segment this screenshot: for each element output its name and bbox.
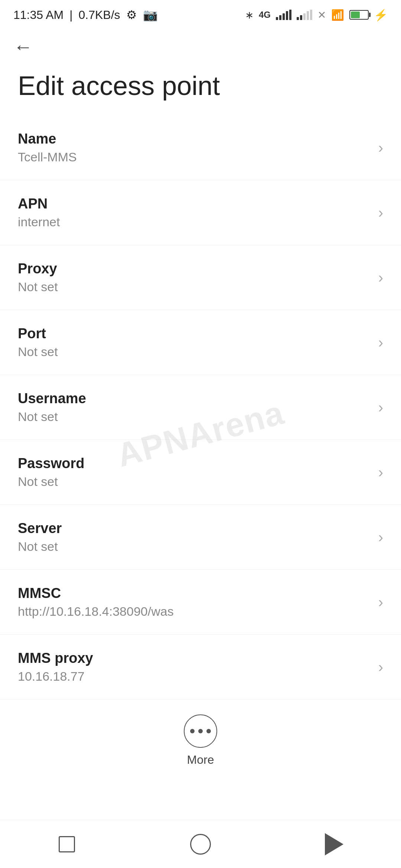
settings-item-apn-content: APN internet <box>18 196 371 229</box>
settings-item-password-label: Password <box>18 456 371 471</box>
home-icon <box>190 834 211 855</box>
settings-item-proxy-value: Not set <box>18 280 371 294</box>
time-display: 11:35 AM <box>13 8 63 22</box>
settings-item-mmsc-content: MMSC http://10.16.18.4:38090/was <box>18 585 371 619</box>
more-button-container: More <box>0 700 401 778</box>
settings-item-apn-value: internet <box>18 215 371 229</box>
battery-indicator <box>349 10 369 20</box>
settings-item-username-value: Not set <box>18 410 371 424</box>
settings-item-name-value: Tcell-MMS <box>18 150 371 164</box>
settings-item-server-value: Not set <box>18 539 371 554</box>
settings-item-proxy-content: Proxy Not set <box>18 261 371 294</box>
status-right: ∗ 4G ✕ 📶 ⚡ <box>245 9 388 22</box>
settings-item-mms-proxy-value: 10.16.18.77 <box>18 669 371 684</box>
charging-icon: ⚡ <box>374 9 388 22</box>
no-signal-icon: ✕ <box>317 9 326 21</box>
page-title: Edit access point <box>0 60 401 115</box>
chevron-icon-password: › <box>378 464 383 481</box>
settings-item-server-content: Server Not set <box>18 520 371 554</box>
settings-item-name-content: Name Tcell-MMS <box>18 131 371 164</box>
nav-bar: ← <box>0 30 401 60</box>
network-type-icon: 4G <box>259 10 271 20</box>
chevron-icon-proxy: › <box>378 269 383 286</box>
settings-item-mms-proxy-label: MMS proxy <box>18 650 371 666</box>
chevron-icon-mmsc: › <box>378 594 383 611</box>
settings-item-password[interactable]: Password Not set › <box>0 440 401 505</box>
settings-item-password-content: Password Not set <box>18 456 371 489</box>
settings-icon: ⚙ <box>126 8 137 22</box>
nav-home-button[interactable] <box>186 829 215 859</box>
settings-item-mms-proxy[interactable]: MMS proxy 10.16.18.77 › <box>0 635 401 700</box>
settings-item-proxy[interactable]: Proxy Not set › <box>0 245 401 310</box>
settings-list: Name Tcell-MMS › APN internet › Proxy No… <box>0 115 401 700</box>
settings-item-server[interactable]: Server Not set › <box>0 505 401 570</box>
settings-item-apn[interactable]: APN internet › <box>0 180 401 245</box>
camera-icon: 📷 <box>143 8 158 22</box>
settings-item-name-label: Name <box>18 131 371 147</box>
chevron-icon-mms-proxy: › <box>378 659 383 675</box>
chevron-icon-name: › <box>378 139 383 156</box>
signal-bars-2 <box>297 10 312 20</box>
chevron-icon-port: › <box>378 334 383 351</box>
bluetooth-icon: ∗ <box>245 9 254 21</box>
settings-item-apn-label: APN <box>18 196 371 212</box>
back-button[interactable]: ← <box>13 37 33 56</box>
settings-item-port-value: Not set <box>18 345 371 359</box>
more-button[interactable] <box>184 714 217 748</box>
settings-item-mmsc-value: http://10.16.18.4:38090/was <box>18 604 371 619</box>
settings-item-server-label: Server <box>18 520 371 536</box>
status-bar: 11:35 AM | 0.7KB/s ⚙ 📷 ∗ 4G ✕ � <box>0 0 401 30</box>
settings-item-mmsc-label: MMSC <box>18 585 371 601</box>
status-left: 11:35 AM | 0.7KB/s ⚙ 📷 <box>13 8 158 22</box>
settings-item-username[interactable]: Username Not set › <box>0 375 401 440</box>
chevron-icon-apn: › <box>378 204 383 221</box>
wifi-icon: 📶 <box>331 9 344 21</box>
settings-item-port-content: Port Not set <box>18 326 371 359</box>
more-label: More <box>187 753 214 767</box>
settings-item-username-content: Username Not set <box>18 391 371 424</box>
settings-item-proxy-label: Proxy <box>18 261 371 277</box>
more-dots-icon <box>190 729 211 733</box>
settings-item-mms-proxy-content: MMS proxy 10.16.18.77 <box>18 650 371 684</box>
settings-item-name[interactable]: Name Tcell-MMS › <box>0 115 401 180</box>
speed-display: | <box>69 8 72 22</box>
settings-item-password-value: Not set <box>18 474 371 489</box>
recent-apps-icon <box>59 836 75 852</box>
settings-item-port[interactable]: Port Not set › <box>0 310 401 375</box>
back-icon <box>325 833 343 855</box>
settings-item-username-label: Username <box>18 391 371 407</box>
nav-back-button[interactable] <box>319 829 349 859</box>
settings-item-mmsc[interactable]: MMSC http://10.16.18.4:38090/was › <box>0 570 401 635</box>
network-speed: 0.7KB/s <box>79 8 120 22</box>
chevron-icon-username: › <box>378 399 383 416</box>
settings-item-port-label: Port <box>18 326 371 342</box>
battery-fill <box>351 11 360 18</box>
signal-bars-1 <box>276 10 291 20</box>
nav-recent-apps-button[interactable] <box>52 829 82 859</box>
bottom-nav <box>0 820 401 868</box>
chevron-icon-server: › <box>378 529 383 546</box>
